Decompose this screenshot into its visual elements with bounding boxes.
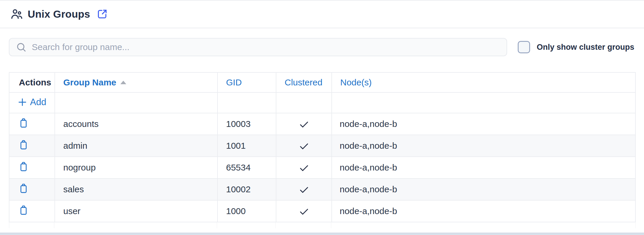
gid-cell: 65534 xyxy=(218,157,276,178)
trash-icon xyxy=(18,182,29,194)
toolbar: Only show cluster groups xyxy=(9,38,634,56)
gid-cell: 10002 xyxy=(218,178,276,200)
check-icon xyxy=(299,207,309,216)
nodes-cell: node-a,node-b xyxy=(332,135,635,157)
trash-icon xyxy=(18,117,29,129)
delete-group-button[interactable] xyxy=(18,182,29,194)
column-header-clustered[interactable]: Clustered xyxy=(276,72,332,92)
check-icon xyxy=(299,142,309,151)
clustered-cell xyxy=(276,135,332,157)
clustered-cell xyxy=(276,157,332,178)
search-box xyxy=(9,38,507,56)
group-name-cell: user xyxy=(55,200,218,222)
add-row: Add xyxy=(9,92,635,113)
cluster-filter: Only show cluster groups xyxy=(518,41,634,53)
clustered-cell xyxy=(276,113,332,135)
page-title: Unix Groups xyxy=(28,8,90,20)
column-header-nodes[interactable]: Node(s) xyxy=(332,72,635,92)
trash-icon xyxy=(18,139,29,151)
column-header-gid[interactable]: GID xyxy=(218,72,276,92)
group-name-cell: accounts xyxy=(55,113,218,135)
table-row: admin 1001 node-a,node-b xyxy=(9,135,635,157)
cluster-groups-checkbox[interactable] xyxy=(518,41,530,53)
search-icon xyxy=(16,42,26,52)
gid-cell: 10003 xyxy=(218,113,276,135)
cluster-groups-label[interactable]: Only show cluster groups xyxy=(537,43,634,52)
table-header-row: Actions Group Name GID Clustered Node(s) xyxy=(9,72,635,92)
delete-group-button[interactable] xyxy=(18,204,29,216)
plus-icon xyxy=(18,97,27,107)
check-icon xyxy=(299,164,309,173)
add-group-button[interactable]: Add xyxy=(18,97,46,107)
gid-cell: 1000 xyxy=(218,200,276,222)
delete-group-button[interactable] xyxy=(18,139,29,151)
table-row: sales 10002 node-a,node-b xyxy=(9,178,635,200)
check-icon xyxy=(299,120,309,129)
clustered-cell xyxy=(276,200,332,222)
group-name-cell: sales xyxy=(55,178,218,200)
trash-icon xyxy=(18,160,29,173)
check-icon xyxy=(299,186,309,194)
sort-asc-icon xyxy=(120,81,126,84)
column-header-group-name[interactable]: Group Name xyxy=(55,72,218,92)
users-icon xyxy=(11,8,23,20)
gid-cell: 1001 xyxy=(218,135,276,157)
delete-group-button[interactable] xyxy=(18,160,29,173)
nodes-cell: node-a,node-b xyxy=(332,200,635,222)
nodes-cell: node-a,node-b xyxy=(332,178,635,200)
table-row: accounts 10003 node-a,node-b xyxy=(9,113,635,135)
group-name-cell: admin xyxy=(55,135,218,157)
search-input[interactable] xyxy=(32,42,500,52)
delete-group-button[interactable] xyxy=(18,117,29,129)
table-fade-out xyxy=(9,222,636,228)
clustered-cell xyxy=(276,178,332,200)
trash-icon xyxy=(18,204,29,216)
bottom-edge-bar xyxy=(0,233,644,235)
table-row: user 1000 node-a,node-b xyxy=(9,200,635,222)
group-name-cell: nogroup xyxy=(55,157,218,178)
table-row: nogroup 65534 node-a,node-b xyxy=(9,157,635,178)
nodes-cell: node-a,node-b xyxy=(332,157,635,178)
external-link-icon[interactable] xyxy=(97,9,108,20)
groups-table: Actions Group Name GID Clustered Node(s) xyxy=(9,72,636,222)
nodes-cell: node-a,node-b xyxy=(332,113,635,135)
column-header-actions: Actions xyxy=(9,72,55,92)
page-header: Unix Groups xyxy=(0,1,644,28)
